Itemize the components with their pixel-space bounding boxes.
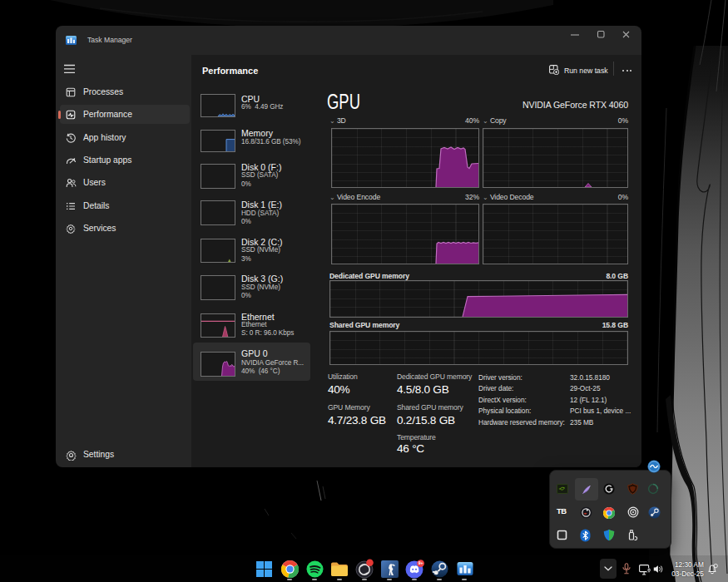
svg-text:9+: 9+ [418, 560, 423, 565]
